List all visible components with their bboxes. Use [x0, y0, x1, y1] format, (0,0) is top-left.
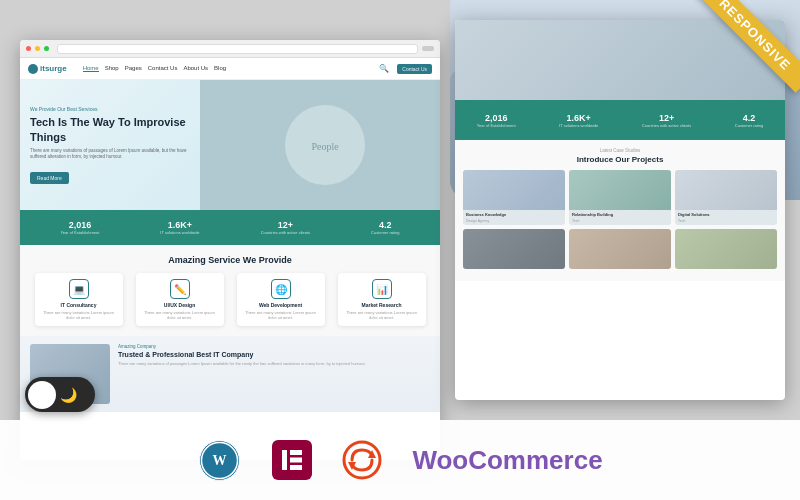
svg-rect-7: [290, 465, 302, 470]
project-img-3: [463, 229, 565, 269]
right-stat-num-1: 1.6K+: [559, 113, 598, 123]
service-card-0: 💻 IT Consultancy There are many variatio…: [35, 273, 123, 326]
service-icon-1: ✏️: [170, 279, 190, 299]
project-card-0[interactable]: Business Knowledge Design Agency: [463, 170, 565, 225]
project-card-3[interactable]: [463, 229, 565, 269]
svg-rect-5: [290, 450, 302, 455]
logo-icon: [28, 64, 38, 74]
hero-small-text: We Provide Our Best Services: [30, 106, 190, 112]
services-grid: 💻 IT Consultancy There are many variatio…: [30, 273, 430, 326]
nav-link-about[interactable]: About Us: [183, 65, 208, 72]
nav-link-pages[interactable]: Pages: [125, 65, 142, 72]
service-name-2: Web Development: [241, 302, 321, 308]
stat-label-0: Year of Establishment: [61, 230, 100, 235]
browser-action-icon: [422, 46, 434, 51]
project-img-2: [675, 170, 777, 210]
stat-label-1: IT solutions worldwide: [160, 230, 199, 235]
hero-cta-button[interactable]: Read More: [30, 172, 69, 184]
svg-rect-6: [290, 458, 302, 463]
project-img-1: [569, 170, 671, 210]
dark-mode-toggle[interactable]: 🌙: [25, 377, 95, 412]
search-icon[interactable]: 🔍: [379, 64, 389, 73]
right-stat-label-1: IT solutions worldwide: [559, 123, 598, 128]
right-stat-label-3: Customer rating: [735, 123, 763, 128]
hero-image: [200, 80, 440, 210]
right-stat-0: 2,016 Year of Establishment: [477, 113, 516, 128]
project-label-0: Business Knowledge: [463, 210, 565, 219]
svg-rect-4: [282, 450, 287, 470]
nav-link-home[interactable]: Home: [83, 65, 99, 72]
stat-label-3: Customer rating: [371, 230, 399, 235]
projects-grid-top: Business Knowledge Design Agency Relatio…: [463, 170, 777, 225]
projects-title: Introduce Our Projects: [463, 155, 777, 164]
hero-image-overlay: [200, 80, 440, 210]
right-stat-num-0: 2,016: [477, 113, 516, 123]
responsive-ribbon-text: RESPONSIVE: [697, 0, 800, 93]
project-card-1[interactable]: Relationship Building Tech: [569, 170, 671, 225]
woocommerce-text: WooCommerce: [412, 445, 602, 476]
bottom-title: Trusted & Professional Best IT Company: [118, 351, 430, 358]
project-img-4: [569, 229, 671, 269]
elementor-icon: [272, 440, 312, 480]
service-name-1: UI/UX Design: [140, 302, 220, 308]
moon-icon: 🌙: [60, 387, 77, 403]
hero-section: We Provide Our Best Services Tech Is The…: [20, 80, 440, 210]
logo: itsurge: [28, 64, 67, 74]
project-label-1: Relationship Building: [569, 210, 671, 219]
browser-dot-yellow: [35, 46, 40, 51]
project-card-5[interactable]: [675, 229, 777, 269]
stat-number-1: 1.6K+: [160, 220, 199, 230]
project-sublabel-1: Tech: [569, 219, 671, 225]
service-desc-0: There are many variations Lorem ipsum do…: [39, 310, 119, 320]
project-sublabel-2: Tech: [675, 219, 777, 225]
services-title: Amazing Service We Provide: [30, 255, 430, 265]
svg-point-8: [344, 442, 380, 478]
project-card-2[interactable]: Digital Solutions Tech: [675, 170, 777, 225]
browser-bar: [20, 40, 440, 58]
service-desc-1: There are many variations Lorem ipsum do…: [140, 310, 220, 320]
service-card-1: ✏️ UI/UX Design There are many variation…: [136, 273, 224, 326]
stats-bar: 2,016 Year of Establishment 1.6K+ IT sol…: [20, 210, 440, 245]
woocommerce-logo: WooCommerce: [412, 445, 602, 476]
nav-link-contact[interactable]: Contact Us: [148, 65, 178, 72]
service-icon-2: 🌐: [271, 279, 291, 299]
projects-grid-bottom: [463, 229, 777, 269]
service-icon-3: 📊: [372, 279, 392, 299]
project-img-0: [463, 170, 565, 210]
nav-cta-button[interactable]: Contact Us: [397, 64, 432, 74]
stat-item-1: 1.6K+ IT solutions worldwide: [160, 220, 199, 235]
responsive-badge: RESPONSIVE: [680, 0, 800, 120]
projects-label: Latest Case Studies: [463, 148, 777, 153]
hero-title: Tech Is The Way To Improvise Things: [30, 115, 190, 144]
browser-dot-red: [26, 46, 31, 51]
service-name-3: Market Research: [342, 302, 422, 308]
browser-url: [57, 44, 418, 54]
sync-icon: [342, 440, 382, 480]
hero-description: There are many variations of passages of…: [30, 148, 190, 161]
service-icon-0: 💻: [69, 279, 89, 299]
right-stat-label-2: Countries with active clients: [642, 123, 691, 128]
wordpress-logo: W: [197, 438, 242, 483]
projects-section: Latest Case Studies Introduce Our Projec…: [455, 140, 785, 281]
logo-text: itsurge: [40, 64, 67, 73]
service-card-2: 🌐 Web Development There are many variati…: [237, 273, 325, 326]
nav-link-shop[interactable]: Shop: [105, 65, 119, 72]
stat-number-0: 2,016: [61, 220, 100, 230]
service-desc-3: There are many variations Lorem ipsum do…: [342, 310, 422, 320]
service-desc-2: There are many variations Lorem ipsum do…: [241, 310, 321, 320]
right-stat-label-0: Year of Establishment: [477, 123, 516, 128]
toggle-knob: [28, 381, 56, 409]
bottom-content: Amazing Company Trusted & Professional B…: [118, 344, 430, 404]
browser-dot-green: [44, 46, 49, 51]
nav-bar: itsurge Home Shop Pages Contact Us About…: [20, 58, 440, 80]
services-section: Amazing Service We Provide 💻 IT Consulta…: [20, 245, 440, 336]
service-name-0: IT Consultancy: [39, 302, 119, 308]
nav-link-blog[interactable]: Blog: [214, 65, 226, 72]
project-card-4[interactable]: [569, 229, 671, 269]
stat-number-3: 4.2: [371, 220, 399, 230]
service-card-3: 📊 Market Research There are many variati…: [338, 273, 426, 326]
project-img-5: [675, 229, 777, 269]
elementor-logo: [272, 440, 312, 480]
stat-item-2: 12+ Countries with active clients: [261, 220, 310, 235]
sync-logo: [342, 440, 382, 480]
